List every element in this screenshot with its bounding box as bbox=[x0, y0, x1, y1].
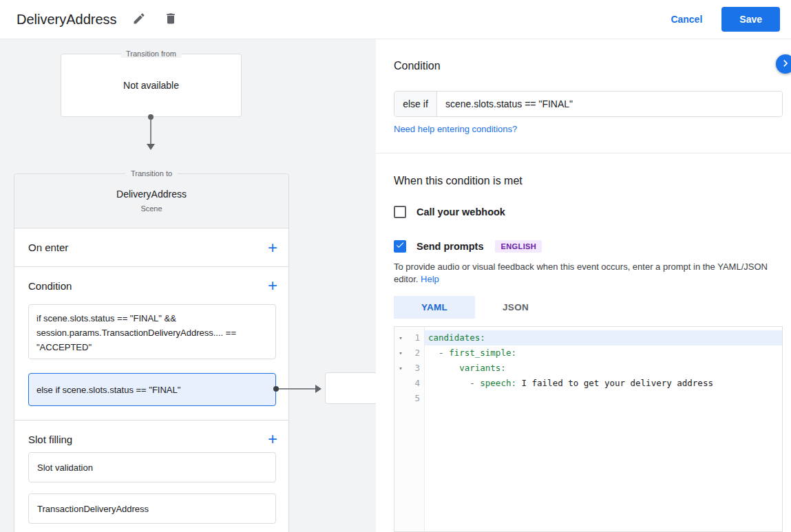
slot-filling-section: Slot filling + Slot validation Transacti… bbox=[14, 421, 288, 532]
code-line: 4 - speech: I failed to get your deliver… bbox=[394, 376, 782, 391]
delete-scene-button[interactable] bbox=[161, 10, 180, 29]
webhook-option-row: Call your webhook bbox=[394, 205, 505, 219]
condition-editor-panel: Condition else if Need help entering con… bbox=[376, 39, 791, 532]
page-title: DeliveryAddress bbox=[17, 12, 117, 28]
scene-type: Scene bbox=[14, 204, 288, 213]
edit-title-button[interactable] bbox=[129, 10, 149, 29]
webhook-label[interactable]: Call your webhook bbox=[416, 206, 505, 217]
send-prompts-label[interactable]: Send prompts bbox=[416, 241, 483, 252]
help-link[interactable]: Help bbox=[421, 274, 439, 284]
send-prompts-option-row: Send prompts ENGLISH bbox=[394, 240, 542, 253]
code-token: - bbox=[439, 348, 449, 358]
code-token bbox=[428, 348, 439, 358]
fold-spacer bbox=[394, 391, 407, 406]
fold-toggle-icon[interactable]: ▾ bbox=[394, 330, 407, 345]
when-condition-met-heading: When this condition is met bbox=[394, 175, 523, 187]
save-button[interactable]: Save bbox=[721, 7, 780, 32]
on-enter-section: On enter + bbox=[14, 228, 288, 267]
code-text[interactable]: - speech: I failed to get your delivery … bbox=[425, 376, 782, 391]
code-text[interactable] bbox=[425, 391, 782, 406]
code-text[interactable]: variants: bbox=[425, 361, 782, 376]
line-number: 2 bbox=[407, 345, 425, 361]
transition-from-label: Transition from bbox=[120, 50, 182, 58]
fold-toggle-icon[interactable]: ▾ bbox=[394, 345, 407, 361]
editor-format-tabs: YAML JSON bbox=[394, 296, 556, 319]
condition-item-selected[interactable]: else if scene.slots.status == "FINAL" bbox=[28, 373, 276, 406]
send-prompts-checkbox[interactable] bbox=[394, 240, 406, 253]
trash-icon bbox=[164, 12, 178, 28]
checkmark-icon bbox=[395, 240, 405, 253]
condition-prefix-label: else if bbox=[394, 92, 437, 116]
slot-item[interactable]: TransactionDeliveryAddress bbox=[28, 493, 276, 524]
add-condition-button[interactable]: + bbox=[268, 277, 277, 294]
scene-name: DeliveryAddress bbox=[14, 189, 288, 200]
fold-spacer bbox=[394, 376, 407, 391]
code-text[interactable]: - first_simple: bbox=[425, 345, 782, 361]
chevron-right-icon bbox=[779, 56, 791, 72]
cancel-button[interactable]: Cancel bbox=[671, 14, 702, 25]
code-token: - bbox=[470, 378, 480, 388]
code-line: ▾1candidates: bbox=[394, 330, 782, 345]
tab-json[interactable]: JSON bbox=[475, 296, 556, 319]
connector-line bbox=[150, 120, 151, 145]
code-line: 5 bbox=[394, 391, 782, 406]
transition-from-box[interactable]: Transition from Not available bbox=[61, 54, 242, 117]
condition-expression-row: else if bbox=[394, 91, 783, 117]
prompt-description: To provide audio or visual feedback when… bbox=[394, 261, 781, 285]
app-header: DeliveryAddress Cancel Save bbox=[0, 0, 791, 39]
connector-line bbox=[278, 388, 316, 390]
code-line: ▾2 - first_simple: bbox=[394, 345, 782, 361]
code-token bbox=[428, 363, 459, 373]
tab-yaml[interactable]: YAML bbox=[394, 296, 475, 319]
code-token: variants: bbox=[459, 363, 506, 373]
code-token: I failed to get your delivery address bbox=[516, 378, 713, 388]
condition-heading: Condition bbox=[28, 280, 72, 292]
on-enter-heading: On enter bbox=[28, 242, 68, 253]
section-divider bbox=[376, 153, 791, 153]
condition-item[interactable]: if scene.slots.status == "FINAL" && sess… bbox=[28, 304, 276, 359]
pencil-icon bbox=[132, 12, 146, 28]
connector-arrowhead-icon bbox=[147, 144, 155, 150]
yaml-code-editor[interactable]: ▾1candidates:▾2 - first_simple:▾3 varian… bbox=[394, 326, 783, 532]
scene-canvas[interactable]: Transition from Not available Transition… bbox=[0, 39, 376, 532]
slot-item[interactable]: Slot validation bbox=[28, 452, 276, 482]
code-line: ▾3 variants: bbox=[394, 361, 782, 376]
code-token: first_simple: bbox=[449, 348, 516, 358]
code-token: speech: bbox=[480, 378, 516, 388]
code-text[interactable]: candidates: bbox=[425, 330, 782, 345]
condition-help-link[interactable]: Need help entering conditions? bbox=[394, 124, 517, 134]
line-number: 4 bbox=[407, 376, 425, 391]
webhook-checkbox[interactable] bbox=[394, 206, 406, 218]
scene-card: Transition to DeliveryAddress Scene On e… bbox=[14, 173, 289, 532]
transition-to-label: Transition to bbox=[125, 169, 178, 178]
panel-title: Condition bbox=[394, 60, 441, 72]
line-number: 3 bbox=[407, 361, 425, 376]
code-editor-lines: ▾1candidates:▾2 - first_simple:▾3 varian… bbox=[394, 327, 782, 406]
transition-from-content: Not available bbox=[123, 80, 179, 91]
add-on-enter-button[interactable]: + bbox=[268, 240, 277, 256]
app-root: DeliveryAddress Cancel Save Transition f… bbox=[0, 0, 791, 532]
code-token bbox=[428, 378, 470, 388]
scene-card-header[interactable]: DeliveryAddress Scene bbox=[14, 174, 288, 228]
line-number: 1 bbox=[407, 330, 425, 345]
fold-toggle-icon[interactable]: ▾ bbox=[394, 361, 407, 376]
prompt-description-text: To provide audio or visual feedback when… bbox=[394, 262, 768, 284]
add-slot-filling-button[interactable]: + bbox=[268, 431, 277, 447]
condition-section: Condition + if scene.slots.status == "FI… bbox=[14, 267, 288, 421]
connector-dot bbox=[273, 386, 279, 392]
collapse-panel-button[interactable] bbox=[776, 54, 791, 74]
condition-expression-input[interactable] bbox=[437, 92, 782, 116]
transition-target-box[interactable] bbox=[325, 372, 376, 404]
code-token: candidates: bbox=[428, 332, 485, 343]
connector-dot bbox=[148, 114, 154, 120]
line-number: 5 bbox=[407, 391, 425, 406]
language-badge: ENGLISH bbox=[495, 240, 542, 253]
slot-filling-heading: Slot filling bbox=[28, 434, 72, 445]
connector-arrowhead-icon bbox=[315, 385, 321, 393]
